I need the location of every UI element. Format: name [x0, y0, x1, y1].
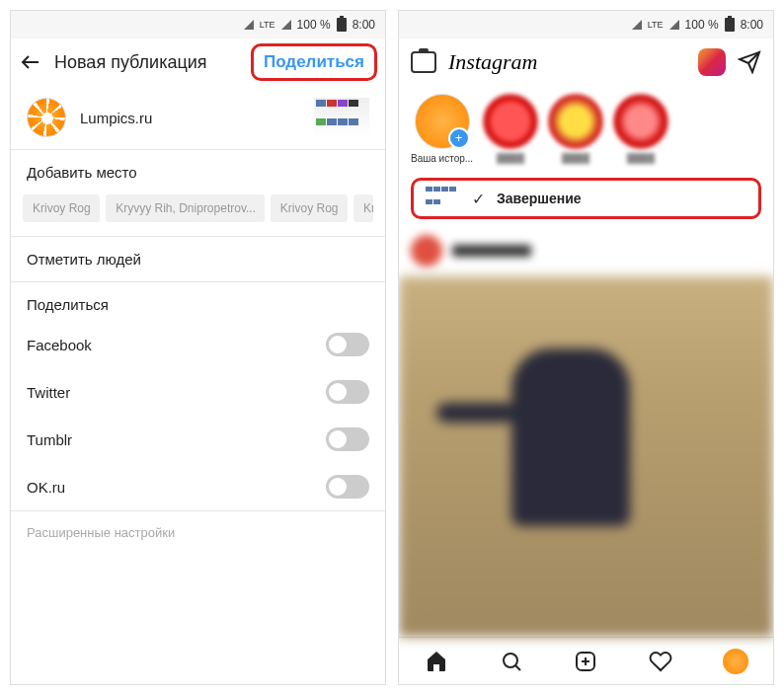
status-bar: LTE 100 % 8:00 [399, 11, 773, 39]
post-thumbnail[interactable] [314, 98, 369, 137]
clock: 8:00 [741, 18, 763, 32]
location-suggestions: Krivoy Rog Kryvyy Rih, Dnipropetrov... K… [11, 194, 385, 236]
battery-pct: 100 % [685, 18, 719, 32]
twitter-toggle[interactable] [326, 380, 369, 404]
status-bar: LTE 100 % 8:00 [11, 11, 385, 39]
network-label: OK.ru [27, 479, 65, 496]
tag-people-row[interactable]: Отметить людей [11, 237, 385, 281]
profile-avatar-icon [723, 649, 748, 674]
stories-tray[interactable]: Ваша истор... ████ ████ ████ [399, 86, 773, 172]
story-item[interactable]: ████ [483, 94, 538, 164]
page-title: Новая публикация [54, 52, 251, 73]
signal-icon [632, 20, 642, 30]
checkmark-icon: ✓ [469, 190, 487, 207]
tab-add-post[interactable] [549, 638, 624, 684]
tab-home[interactable] [399, 638, 474, 684]
post-author-avatar [411, 235, 442, 267]
share-section-label: Поделиться [11, 282, 385, 321]
share-tumblr-row: Tumblr [11, 416, 385, 463]
network-label: Facebook [27, 337, 92, 353]
svg-line-4 [515, 665, 520, 670]
network-label: Tumblr [27, 431, 72, 448]
tumblr-toggle[interactable] [326, 427, 369, 451]
caption-row[interactable]: Lumpics.ru [11, 86, 385, 149]
igtv-icon[interactable] [698, 48, 726, 76]
share-okru-row: OK.ru [11, 463, 385, 510]
data-icon [281, 20, 291, 30]
username: Lumpics.ru [80, 110, 300, 126]
post-header[interactable] [399, 225, 773, 276]
tab-activity[interactable] [623, 638, 698, 684]
clock: 8:00 [353, 18, 375, 32]
advanced-settings-link[interactable]: Расширенные настройки [11, 511, 385, 554]
network-label: Twitter [27, 384, 70, 401]
battery-icon [725, 18, 735, 32]
feed-screen: LTE 100 % 8:00 Instagram Ваша истор... █… [398, 10, 774, 685]
your-story[interactable]: Ваша истор... [411, 94, 473, 164]
story-item[interactable]: ████ [548, 94, 603, 164]
your-story-label: Ваша истор... [411, 153, 473, 164]
lte-label: LTE [260, 20, 275, 30]
facebook-toggle[interactable] [326, 333, 369, 356]
top-bar: Новая публикация Поделиться [11, 39, 385, 86]
upload-complete-label: Завершение [497, 191, 582, 206]
user-avatar [27, 98, 66, 137]
your-story-avatar [415, 94, 470, 149]
lte-label: LTE [648, 20, 664, 30]
okru-toggle[interactable] [326, 475, 369, 499]
data-icon [669, 20, 679, 30]
camera-icon[interactable] [411, 51, 436, 73]
tab-profile[interactable] [698, 638, 773, 684]
story-avatar [548, 94, 603, 149]
instagram-logo: Instagram [448, 49, 686, 75]
story-label: ████ [627, 153, 655, 164]
story-avatar [483, 94, 538, 149]
location-chip[interactable]: Kr [353, 194, 373, 222]
signal-icon [244, 20, 254, 30]
instagram-top-bar: Instagram [399, 39, 773, 86]
location-chip[interactable]: Krivoy Rog [23, 194, 100, 222]
story-label: ████ [562, 153, 589, 164]
location-chip[interactable]: Kryvyy Rih, Dnipropetrov... [106, 194, 265, 222]
svg-point-3 [504, 654, 517, 667]
back-arrow-icon[interactable] [19, 50, 42, 74]
share-button[interactable]: Поделиться [251, 43, 377, 81]
story-avatar [613, 94, 668, 149]
upload-complete-toast: ✓ Завершение [411, 178, 761, 219]
share-twitter-row: Twitter [11, 368, 385, 416]
location-chip[interactable]: Krivoy Rog [271, 194, 348, 222]
story-item[interactable]: ████ [613, 94, 668, 164]
share-facebook-row: Facebook [11, 321, 385, 368]
direct-message-icon[interactable] [738, 50, 761, 74]
post-author-name [452, 245, 531, 257]
battery-icon [337, 18, 347, 32]
battery-pct: 100 % [297, 18, 331, 32]
story-label: ████ [497, 153, 524, 164]
uploaded-thumbnail [426, 187, 459, 210]
add-location-row[interactable]: Добавить место [11, 150, 385, 194]
bottom-nav [399, 637, 773, 684]
tab-search[interactable] [474, 638, 549, 684]
new-post-screen: LTE 100 % 8:00 Новая публикация Поделить… [10, 10, 386, 685]
post-image[interactable] [399, 276, 773, 637]
